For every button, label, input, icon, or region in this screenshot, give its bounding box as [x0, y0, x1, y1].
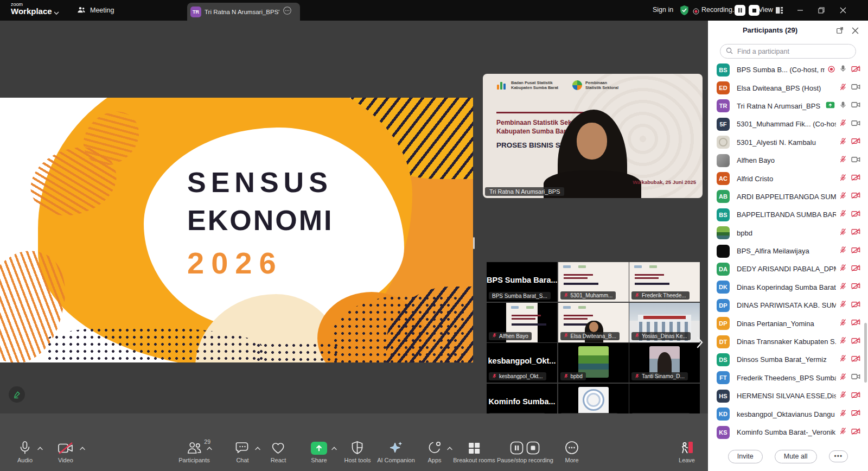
annotate-button[interactable] [9, 386, 25, 403]
participant-row[interactable]: BPS_Alfira Meilawijaya [708, 242, 868, 260]
leave-button[interactable]: Leave [679, 441, 695, 463]
participant-row[interactable]: Alfhen Bayo [708, 151, 868, 169]
tile-name-tag: 5301_Muhamm... [560, 291, 616, 300]
gallery-video-tile[interactable]: kesbangpol_Okt...kesbangpol_Okt... [487, 343, 557, 383]
share-tab-options-icon[interactable] [283, 6, 292, 17]
minimize-button[interactable] [789, 0, 811, 21]
react-button[interactable]: React [271, 441, 286, 463]
stop-recording-button[interactable] [749, 5, 760, 16]
participant-row[interactable]: KSKominfo Sumba Barat-_Veronik... [708, 423, 868, 441]
participant-name: 5301_Muhammad Fik... (Co-host) [737, 120, 836, 128]
close-panel-icon[interactable] [850, 25, 860, 36]
titlebar: zoom Workplace Meeting TR Tri Ratna N Ar… [0, 0, 868, 21]
tile-muted-icon [564, 333, 569, 339]
gallery-next-page-button[interactable] [693, 334, 706, 351]
participant-row[interactable]: ACAlfrid Cristo [708, 169, 868, 187]
apps-button[interactable]: Apps [427, 441, 442, 463]
gallery-video-tile[interactable]: 5301_Muhamm... [558, 262, 629, 302]
gallery-video-tile[interactable]: Alfhen Bayo [487, 303, 557, 342]
pembinaan-logo-icon [572, 80, 582, 90]
tile-muted-icon [564, 292, 569, 299]
participant-row[interactable]: FTFrederik Theedens_BPS Sumba ... [708, 369, 868, 387]
popout-icon[interactable] [834, 25, 845, 36]
react-label: React [271, 457, 286, 463]
camera-off-icon [851, 337, 860, 345]
view-layout-icon[interactable] [775, 7, 783, 16]
participant-row[interactable]: EDElsa Dwiteana_BPS (Host) [708, 79, 868, 97]
participant-row[interactable]: DPDinas Pertanian_Yomina [708, 314, 868, 332]
pause-recording-button[interactable] [735, 5, 745, 16]
ai-companion-button[interactable]: AI Companion [377, 441, 415, 463]
share-button[interactable]: Share [311, 441, 327, 463]
stage-resize-handle[interactable] [473, 237, 475, 249]
participant-row[interactable]: TRTri Ratna N Arumsari_BPS [708, 97, 868, 115]
restore-button[interactable] [810, 0, 832, 21]
panel-more-button[interactable]: ••• [829, 450, 848, 462]
sign-in-button[interactable]: Sign in [653, 6, 673, 14]
participant-avatar: DT [717, 335, 730, 348]
record-controls-button[interactable]: Pause/stop recording [497, 441, 553, 463]
participant-row[interactable]: DPDINAS PARIWISATA KAB. SUMB... [708, 296, 868, 314]
participant-row[interactable]: DSDinsos Sumba Barat_Yermiz [708, 351, 868, 368]
participant-name: HERMENSI SILVANA ESSE,Disna... [737, 392, 836, 400]
mic-muted-icon [839, 354, 847, 362]
breakout-rooms-button[interactable]: Breakout rooms [453, 441, 495, 463]
panel-scrollbar-thumb[interactable] [864, 323, 867, 383]
view-button-label[interactable]: View [758, 6, 773, 14]
chat-options-chevron[interactable] [255, 443, 261, 453]
more-button[interactable]: More [565, 441, 579, 463]
apps-options-chevron[interactable] [447, 443, 453, 453]
participant-row[interactable]: BSBAPPELITBANDA SUMBA BARAT [708, 206, 868, 224]
participants-button[interactable]: 29Participants [178, 441, 209, 463]
participant-row[interactable]: KDkesbangpol_Oktavianus Dangu ... [708, 405, 868, 423]
tile-name-tag: kesbangpol_Okt... [489, 372, 546, 380]
participants-options-chevron[interactable] [207, 443, 213, 453]
search-icon [726, 47, 733, 56]
participant-row[interactable]: 5301_Alyesti N. Kambalu [708, 133, 868, 151]
tile-muted-icon [492, 373, 497, 380]
gallery-video-tile[interactable]: BPS Sumba Bara...BPS Sumba Barat_S... [487, 262, 557, 302]
participant-name: BPS Sumba B... (Co-host, me) [737, 66, 825, 74]
share-options-chevron[interactable] [331, 443, 337, 453]
brand-chevron-down-icon[interactable] [53, 8, 60, 17]
video-button[interactable]: Video [58, 441, 74, 463]
participant-avatar: KS [717, 426, 730, 439]
participant-row[interactable]: DADEDY ARISANDI PABALA_DPMD... [708, 260, 868, 278]
tab-shared-screen[interactable]: TR Tri Ratna N Arumsari_BPS's screen [187, 3, 300, 21]
participant-name: ARDI BAPPELITBANGDA SUMBA... [737, 193, 836, 201]
pembinaan-logo: Pembinaan Statistik Sektoral [572, 80, 618, 90]
presenter-video-tile[interactable]: Badan Pusat Statistik Kabupaten Sumba Ba… [483, 74, 703, 198]
search-input[interactable] [736, 47, 850, 56]
participant-row[interactable]: bpbd [708, 224, 868, 242]
participant-row[interactable]: DTDinas Transnaker Kabupaten S... [708, 333, 868, 351]
security-shield-icon[interactable] [679, 5, 690, 18]
host-tools-button[interactable]: Host tools [344, 441, 371, 463]
participant-row[interactable]: 5F5301_Muhammad Fik... (Co-host) [708, 115, 868, 133]
mic-muted-icon [839, 137, 847, 145]
participant-avatar: DP [717, 299, 730, 312]
chat-button[interactable]: Chat [235, 441, 250, 463]
tab-meeting[interactable]: Meeting [72, 0, 119, 21]
participant-row[interactable]: BSBPS Sumba B... (Co-host, me) [708, 61, 868, 79]
camera-off-icon [851, 355, 860, 362]
audio-options-chevron[interactable] [37, 443, 43, 453]
mute-all-button[interactable]: Mute all [775, 450, 817, 463]
gallery-video-tile[interactable]: Frederik Theede... [629, 262, 700, 302]
participants-icon [187, 441, 202, 455]
participant-row[interactable]: DKDinas Koperindag Sumba Barat... [708, 278, 868, 296]
invite-button[interactable]: Invite [728, 450, 763, 463]
gallery-video-tile[interactable]: Yosias_Dinas Ke... [629, 303, 700, 342]
gallery-video-tile[interactable]: Tanti Sinamo_D... [629, 343, 700, 383]
mic-muted-icon [839, 174, 847, 182]
record-controls-label: Pause/stop recording [497, 457, 553, 463]
participant-row[interactable]: ABARDI BAPPELITBANGDA SUMBA... [708, 188, 868, 206]
participant-name: Alfrid Cristo [737, 175, 836, 183]
participant-search[interactable] [720, 44, 856, 59]
video-options-chevron[interactable] [80, 443, 86, 453]
close-button[interactable] [832, 0, 854, 21]
gallery-video-tile[interactable]: bpbd [558, 343, 629, 383]
camera-off-icon [851, 228, 860, 236]
gallery-video-tile[interactable]: Elsa Dwiteana_B... [558, 303, 629, 342]
audio-button[interactable]: Audio [17, 441, 33, 463]
participant-row[interactable]: HSHERMENSI SILVANA ESSE,Disna... [708, 387, 868, 405]
